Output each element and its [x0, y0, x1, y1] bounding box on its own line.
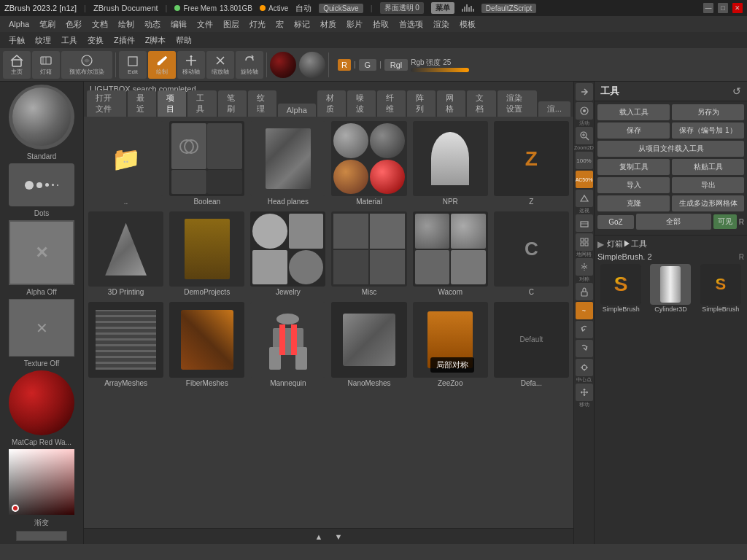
copy-tool-btn[interactable]: 复制工具 [597, 159, 670, 175]
menu-render[interactable]: 渲染 [429, 18, 454, 31]
tab-array[interactable]: 阵列 [407, 90, 436, 117]
paste-tool-btn[interactable]: 粘贴工具 [672, 159, 744, 175]
submenu-transform[interactable]: 变换 [83, 34, 108, 47]
load-from-project-btn[interactable]: 从项目文件载入工具 [597, 141, 744, 157]
rs-lock-btn[interactable] [576, 283, 593, 300]
save-as-btn[interactable]: 另存为 [672, 104, 744, 120]
standard-brush-thumb[interactable] [9, 85, 74, 149]
submenu-zscript[interactable]: Z脚本 [141, 34, 171, 47]
file-item-3dprinting[interactable]: 3D Printing [87, 210, 165, 298]
rgb-slider[interactable] [411, 68, 469, 72]
tab-texture[interactable]: 纹理 [248, 90, 276, 117]
menu-material[interactable]: 材质 [316, 18, 341, 31]
menu-layer[interactable]: 图层 [219, 18, 244, 31]
draw-btn[interactable]: 绘制 [148, 51, 176, 79]
color-picker[interactable] [9, 449, 74, 515]
file-item-mannequin[interactable]: Mannequin [249, 300, 327, 388]
submenu-zplugin[interactable]: Z插件 [109, 34, 139, 47]
import-btn[interactable]: 导入 [597, 177, 670, 193]
rs-redo-btn[interactable] [576, 340, 593, 357]
tab-material[interactable]: 材质 [317, 90, 346, 117]
submenu-tool[interactable]: 工具 [57, 34, 82, 47]
file-item-misc[interactable]: Misc [330, 210, 408, 298]
matcap-thumb[interactable] [9, 370, 74, 435]
file-item-z[interactable]: Z Z [492, 120, 570, 207]
scroll-down-btn[interactable]: ▼ [329, 531, 349, 542]
menu-template[interactable]: 模板 [455, 18, 480, 31]
r-btn[interactable]: R [338, 59, 351, 71]
rs-pivot-btn[interactable] [576, 359, 593, 376]
menu-movie[interactable]: 影片 [342, 18, 367, 31]
rs-perspective-btn[interactable] [576, 190, 593, 207]
transparency-box[interactable]: 界面透明 0 [380, 2, 424, 14]
rotate-btn[interactable]: 旋转轴 [236, 51, 263, 79]
file-item-wacom[interactable]: Wacom [411, 210, 489, 298]
file-item-arraymeshes[interactable]: ArrayMeshes [87, 300, 165, 388]
submenu-texture[interactable]: 纹理 [31, 34, 55, 47]
right-panel-refresh[interactable]: ↺ [732, 85, 741, 97]
all-btn[interactable]: 全部 [636, 214, 711, 230]
rs-undo-btn[interactable] [576, 321, 593, 338]
material-sphere[interactable] [270, 52, 296, 78]
file-item-demoprojects[interactable]: DemoProjects [168, 210, 246, 298]
file-item-fibermeshes[interactable]: FiberMeshes [168, 300, 246, 388]
menu-pickup[interactable]: 拾取 [368, 18, 393, 31]
close-btn[interactable]: ✕ [732, 3, 743, 13]
submenu-help[interactable]: 帮助 [171, 34, 196, 47]
tab-mesh[interactable]: 网格 [437, 90, 465, 117]
menu-brush[interactable]: 笔刷 [35, 18, 60, 31]
save-btn[interactable]: 保存 [597, 122, 670, 139]
menu-doc[interactable]: 文档 [88, 18, 112, 31]
tab-tool[interactable]: 工具 [187, 90, 216, 117]
rs-active-btn[interactable] [576, 102, 593, 120]
clone-btn[interactable]: 克隆 [597, 195, 670, 211]
brush-item-simplebmain[interactable]: S SimpleBrush [597, 264, 644, 313]
quicksave-btn[interactable]: QuickSave [319, 4, 363, 13]
menu-color[interactable]: 色彩 [61, 18, 86, 31]
tab-alpha[interactable]: Alpha [278, 104, 316, 117]
tab-open-file[interactable]: 打开文件 [87, 90, 126, 117]
file-item-material[interactable]: Material [330, 120, 408, 207]
alpha-thumb[interactable]: ✕ [9, 220, 74, 285]
home-btn[interactable]: 主页 [3, 51, 31, 79]
file-item-boolean[interactable]: Boolean [168, 120, 246, 207]
file-item-c[interactable]: C C [492, 210, 570, 298]
submenu-touch[interactable]: 手触 [4, 34, 29, 47]
brush-sphere[interactable] [299, 52, 325, 78]
menu-edit[interactable]: 编辑 [166, 18, 191, 31]
scroll-up-btn[interactable]: ▲ [309, 531, 329, 542]
edit-btn[interactable]: Edit [119, 51, 147, 79]
menu-dynamic[interactable]: 动态 [140, 18, 165, 31]
rs-wavy-btn[interactable]: ~ [576, 302, 593, 319]
scale-btn[interactable]: 缩放轴 [206, 51, 234, 79]
zscript-label[interactable]: DefaultZScript [481, 4, 536, 13]
tab-brush[interactable]: 笔刷 [218, 90, 247, 117]
lightbox-btn[interactable]: 灯箱 [32, 51, 60, 79]
save-numbered-btn[interactable]: 保存（编号加 1） [672, 122, 744, 139]
tab-more[interactable]: 渲... [538, 101, 570, 117]
texture-thumb[interactable]: ✕ [9, 299, 74, 357]
dots-brush-preview[interactable] [9, 163, 74, 206]
tab-render[interactable]: 渲染设置 [498, 90, 537, 117]
rs-grid-btn[interactable] [576, 233, 593, 251]
tab-fiber[interactable]: 纤维 [377, 90, 406, 117]
rs-move-btn[interactable] [576, 384, 593, 401]
file-item-parent[interactable]: 📁 .. .. [87, 120, 165, 207]
file-item-default[interactable]: Default Defa... [492, 300, 570, 388]
file-item-jewelry[interactable]: Jewelry [249, 210, 327, 298]
minimize-btn[interactable]: — [703, 3, 713, 13]
polymesh-btn[interactable]: 生成多边形网格体 [672, 195, 744, 211]
tab-recent[interactable]: 最近 [128, 90, 156, 117]
brush-item-cylinder[interactable]: Cylinder3D [647, 264, 694, 313]
gradient-input[interactable] [16, 531, 67, 541]
file-item-nanomeshes[interactable]: NanoMeshes [330, 300, 408, 388]
maximize-btn[interactable]: □ [718, 3, 728, 13]
menu-draw[interactable]: 绘制 [114, 18, 139, 31]
menu-prefs[interactable]: 首选项 [395, 18, 427, 31]
menu-marker[interactable]: 标记 [290, 18, 314, 31]
rs-100-btn[interactable]: 100% [576, 152, 593, 169]
visible-btn[interactable]: 可见 [713, 214, 737, 229]
file-item-zeezoo[interactable]: ZeeZoo [411, 300, 489, 388]
mrgb-btn[interactable]: G [359, 59, 377, 71]
rgl-btn[interactable]: Rgl [384, 59, 409, 71]
